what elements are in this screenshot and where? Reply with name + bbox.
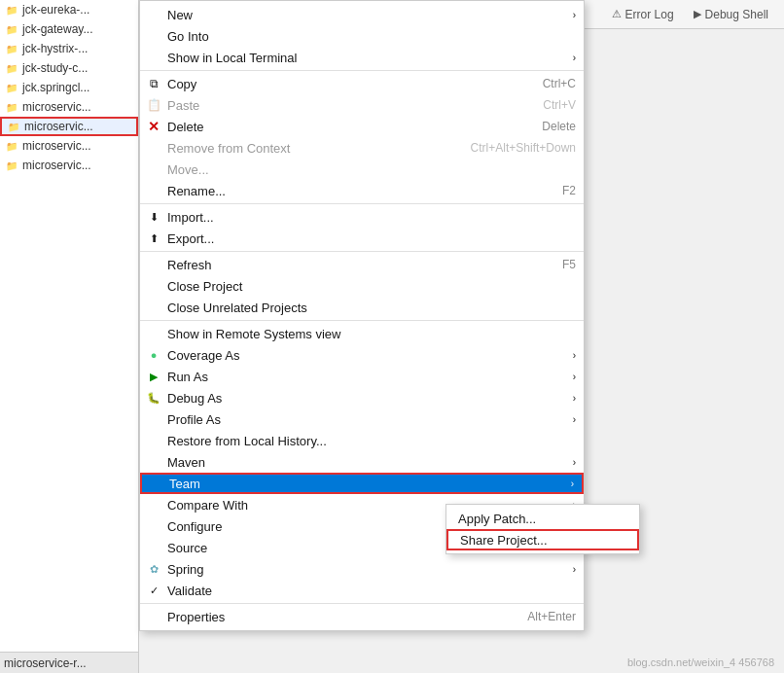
separator-5	[140, 603, 584, 604]
menu-item-spring[interactable]: ✿ Spring ›	[140, 558, 584, 580]
menu-item-new[interactable]: New ›	[140, 4, 584, 25]
remove-icon	[144, 138, 163, 158]
sidebar-item-4[interactable]: 📁 jck.springcl...	[0, 78, 138, 97]
delete-icon: ✕	[144, 117, 163, 136]
menu-item-show-terminal[interactable]: Show in Local Terminal ›	[140, 47, 584, 68]
submenu-arrow: ›	[561, 478, 574, 489]
menu-item-export[interactable]: ⬆ Export...	[140, 228, 584, 249]
sidebar-item-7[interactable]: 📁 microservic...	[0, 136, 138, 156]
menu-item-debug[interactable]: 🐛 Debug As ›	[140, 387, 584, 408]
coverage-icon: ●	[144, 345, 163, 365]
menu-item-delete[interactable]: ✕ Delete Delete	[140, 116, 584, 137]
sidebar-bottom: microservice-r...	[0, 652, 138, 673]
sidebar-item-0[interactable]: 📁 jck-eureka-...	[0, 0, 138, 19]
menu-item-close-unrelated[interactable]: Close Unrelated Projects	[140, 297, 584, 318]
submenu-apply-patch[interactable]: Apply Patch...	[446, 508, 639, 529]
project-tree: 📁 jck-eureka-... 📁 jck-gateway... 📁 jck-…	[0, 0, 139, 673]
sidebar-item-6[interactable]: 📁 microservic...	[0, 117, 138, 136]
submenu-arrow: ›	[563, 53, 576, 63]
menu-item-refresh[interactable]: Refresh F5	[140, 254, 584, 275]
menu-item-properties[interactable]: Properties Alt+Enter	[140, 606, 584, 627]
submenu-arrow: ›	[563, 414, 576, 425]
watermark: blog.csdn.net/weixin_4 456768	[627, 656, 774, 668]
menu-item-team[interactable]: Team ›	[140, 473, 584, 494]
project-label: jck.springcl...	[22, 81, 89, 94]
project-label: jck-gateway...	[22, 22, 92, 36]
sidebar-item-1[interactable]: 📁 jck-gateway...	[0, 19, 138, 39]
project-icon: 📁	[4, 60, 19, 76]
tab-debug-shell[interactable]: ▶ Debug Shell	[686, 6, 776, 23]
project-icon: 📁	[4, 138, 19, 154]
sidebar-item-3[interactable]: 📁 jck-study-c...	[0, 58, 138, 78]
import-icon: ⬇	[144, 207, 163, 227]
menu-item-gointo[interactable]: Go Into	[140, 25, 584, 47]
separator-3	[140, 251, 584, 252]
separator-4	[140, 320, 584, 321]
submenu-team: Apply Patch... Share Project...	[445, 504, 640, 554]
submenu-arrow: ›	[563, 564, 576, 575]
sidebar-bottom-label: microservice-r...	[4, 656, 87, 670]
menu-item-coverage[interactable]: ● Coverage As ›	[140, 344, 584, 366]
menu-item-move[interactable]: Move...	[140, 159, 584, 180]
menu-item-close-project[interactable]: Close Project	[140, 275, 584, 297]
project-icon: 📁	[4, 158, 19, 173]
submenu-arrow: ›	[563, 372, 576, 382]
submenu-arrow: ›	[563, 350, 576, 361]
menu-item-maven[interactable]: Maven ›	[140, 451, 584, 473]
project-icon: 📁	[4, 21, 19, 37]
tab-error-log[interactable]: ⚠ Error Log	[604, 6, 682, 23]
project-label: microservic...	[22, 159, 91, 172]
menu-item-profile[interactable]: Profile As ›	[140, 408, 584, 430]
separator-2	[140, 203, 584, 204]
run-icon: ▶	[144, 367, 163, 386]
sidebar-item-8[interactable]: 📁 microservic...	[0, 156, 138, 175]
menu-item-remove-context[interactable]: Remove from Context Ctrl+Alt+Shift+Down	[140, 137, 584, 159]
validate-icon: ✓	[144, 581, 163, 600]
project-label: microservic...	[22, 100, 91, 114]
project-icon: 📁	[4, 2, 19, 18]
project-label: microservic...	[24, 120, 93, 133]
paste-icon: 📋	[144, 95, 163, 115]
menu-item-rename[interactable]: Rename... F2	[140, 180, 584, 201]
menu-item-restore[interactable]: Restore from Local History...	[140, 430, 584, 451]
menu-item-run[interactable]: ▶ Run As ›	[140, 366, 584, 387]
submenu-share-project[interactable]: Share Project...	[446, 529, 639, 550]
project-label: jck-eureka-...	[22, 3, 89, 17]
debug-shell-icon: ▶	[694, 8, 701, 20]
project-icon: 📁	[4, 80, 19, 95]
export-icon: ⬆	[144, 229, 163, 248]
project-icon: 📁	[6, 119, 21, 134]
sidebar-item-2[interactable]: 📁 jck-hystrix-...	[0, 39, 138, 58]
submenu-arrow: ›	[563, 10, 576, 20]
spring-icon: ✿	[144, 559, 163, 579]
menu-item-paste[interactable]: 📋 Paste Ctrl+V	[140, 94, 584, 116]
copy-icon: ⧉	[144, 74, 163, 93]
menu-item-copy[interactable]: ⧉ Copy Ctrl+C	[140, 73, 584, 94]
menu-item-validate[interactable]: ✓ Validate	[140, 580, 584, 601]
submenu-arrow: ›	[563, 457, 576, 468]
project-label: jck-study-c...	[22, 61, 88, 75]
submenu-arrow: ›	[563, 393, 576, 404]
separator-1	[140, 70, 584, 71]
project-icon: 📁	[4, 41, 19, 56]
debug-icon: 🐛	[144, 388, 163, 407]
sidebar-item-5[interactable]: 📁 microservic...	[0, 97, 138, 117]
project-label: jck-hystrix-...	[22, 42, 88, 55]
menu-item-import[interactable]: ⬇ Import...	[140, 206, 584, 228]
project-label: microservic...	[22, 139, 91, 153]
error-log-icon: ⚠	[612, 8, 622, 20]
project-icon: 📁	[4, 99, 19, 115]
menu-item-show-remote[interactable]: Show in Remote Systems view	[140, 323, 584, 344]
